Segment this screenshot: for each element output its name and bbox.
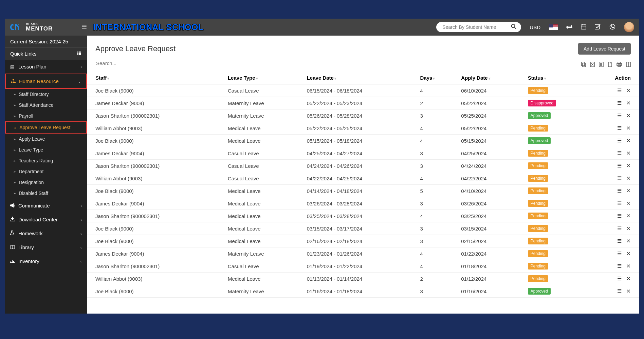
row-menu-icon[interactable]: ☰ bbox=[617, 251, 622, 257]
tasks-icon[interactable] bbox=[595, 24, 601, 31]
cell-status: Pending bbox=[524, 147, 589, 160]
row-delete-icon[interactable]: ✕ bbox=[626, 87, 631, 94]
row-menu-icon[interactable]: ☰ bbox=[617, 213, 622, 219]
cell-status: Pending bbox=[524, 172, 589, 185]
sidebar-sub-department[interactable]: »Department bbox=[5, 166, 87, 177]
cell-leave-type: Medical Leave bbox=[224, 273, 303, 285]
cell-leave-date: 06/15/2024 - 06/18/2024 bbox=[303, 84, 416, 97]
table-search-input[interactable] bbox=[95, 59, 160, 68]
sidebar-item-inventory[interactable]: Inventory ‹ bbox=[5, 254, 87, 268]
sidebar-item-label: Leave Type bbox=[19, 147, 43, 153]
user-avatar[interactable] bbox=[624, 22, 634, 32]
row-delete-icon[interactable]: ✕ bbox=[626, 150, 631, 156]
leave-requests-table: Staff▾ Leave Type▾ Leave Date▾ Days▾ App… bbox=[87, 72, 639, 298]
svg-point-0 bbox=[512, 24, 515, 28]
sidebar-sub-approve-leave-request[interactable]: »Approve Leave Request bbox=[5, 121, 87, 134]
row-delete-icon[interactable]: ✕ bbox=[626, 276, 631, 282]
sidebar-sub-teachers-rating[interactable]: »Teachers Rating bbox=[5, 155, 87, 166]
row-delete-icon[interactable]: ✕ bbox=[626, 213, 631, 219]
calendar-icon[interactable] bbox=[581, 24, 586, 31]
csv-export-icon[interactable] bbox=[599, 62, 604, 68]
language-flag-icon[interactable] bbox=[549, 24, 558, 30]
sidebar-item-library[interactable]: Library ‹ bbox=[5, 240, 87, 254]
sidebar-item-label: Download Center bbox=[18, 217, 58, 222]
sidebar-sub-staff-directory[interactable]: »Staff Directory bbox=[5, 89, 87, 100]
row-delete-icon[interactable]: ✕ bbox=[626, 175, 631, 181]
cell-days: 3 bbox=[416, 222, 457, 235]
table-row: Jason Sharlton (900002301) Medical Leave… bbox=[87, 210, 639, 222]
quick-links[interactable]: Quick Links bbox=[5, 47, 87, 60]
row-delete-icon[interactable]: ✕ bbox=[626, 138, 631, 144]
row-delete-icon[interactable]: ✕ bbox=[626, 251, 631, 257]
print-icon[interactable] bbox=[617, 62, 622, 68]
row-menu-icon[interactable]: ☰ bbox=[617, 200, 622, 206]
col-header-leave-date[interactable]: Leave Date▾ bbox=[303, 72, 416, 84]
hamburger-icon[interactable]: ☰ bbox=[81, 23, 87, 31]
table-row: William Abbot (9003) Casual Leave 04/22/… bbox=[87, 172, 639, 185]
add-leave-request-button[interactable]: Add Leave Request bbox=[578, 43, 631, 55]
status-badge: Pending bbox=[528, 150, 548, 157]
row-menu-icon[interactable]: ☰ bbox=[617, 263, 622, 269]
sidebar-sub-designation[interactable]: »Designation bbox=[5, 177, 87, 188]
cell-leave-type: Medical Leave bbox=[224, 210, 303, 222]
cell-apply-date: 01/12/2024 bbox=[457, 273, 523, 285]
sidebar-sub-apply-leave[interactable]: »Apply Leave bbox=[5, 134, 87, 144]
currency-selector[interactable]: USD bbox=[530, 24, 540, 30]
row-menu-icon[interactable]: ☰ bbox=[617, 288, 622, 294]
sidebar-item-download-center[interactable]: Download Center ‹ bbox=[5, 213, 87, 226]
global-search[interactable] bbox=[436, 22, 521, 32]
sidebar-sub-staff-attendance[interactable]: »Staff Attendance bbox=[5, 100, 87, 111]
row-menu-icon[interactable]: ☰ bbox=[617, 125, 622, 131]
cell-apply-date: 01/16/2024 bbox=[457, 285, 523, 298]
sidebar-item-communicate[interactable]: Communicate ‹ bbox=[5, 199, 87, 213]
row-delete-icon[interactable]: ✕ bbox=[626, 188, 631, 194]
row-delete-icon[interactable]: ✕ bbox=[626, 163, 631, 169]
row-menu-icon[interactable]: ☰ bbox=[617, 175, 622, 181]
row-menu-icon[interactable]: ☰ bbox=[617, 87, 622, 94]
excel-export-icon[interactable] bbox=[590, 62, 595, 68]
row-menu-icon[interactable]: ☰ bbox=[617, 238, 622, 244]
copy-icon[interactable] bbox=[581, 62, 586, 68]
sidebar-item-human-resource[interactable]: Human Resource ⌄ bbox=[5, 74, 87, 89]
row-delete-icon[interactable]: ✕ bbox=[626, 125, 631, 131]
row-delete-icon[interactable]: ✕ bbox=[626, 263, 631, 269]
row-delete-icon[interactable]: ✕ bbox=[626, 200, 631, 206]
cell-staff: Joe Black (9000) bbox=[87, 185, 224, 197]
status-badge: Pending bbox=[528, 200, 548, 207]
sidebar-item-homework[interactable]: Homework ‹ bbox=[5, 226, 87, 240]
row-menu-icon[interactable]: ☰ bbox=[617, 188, 622, 194]
col-header-days[interactable]: Days▾ bbox=[416, 72, 457, 84]
row-menu-icon[interactable]: ☰ bbox=[617, 276, 622, 282]
col-header-staff[interactable]: Staff▾ bbox=[87, 72, 224, 84]
columns-icon[interactable] bbox=[626, 62, 631, 68]
cell-leave-date: 02/16/2024 - 02/18/2024 bbox=[303, 235, 416, 247]
cell-staff: James Deckar (9004) bbox=[87, 147, 224, 160]
row-delete-icon[interactable]: ✕ bbox=[626, 113, 631, 119]
row-menu-icon[interactable]: ☰ bbox=[617, 138, 622, 144]
row-menu-icon[interactable]: ☰ bbox=[617, 100, 622, 106]
global-search-input[interactable] bbox=[436, 22, 521, 32]
col-header-apply-date[interactable]: Apply Date▾ bbox=[457, 72, 523, 84]
row-delete-icon[interactable]: ✕ bbox=[626, 238, 631, 244]
sidebar-sub-disabled-staff[interactable]: »Disabled Staff bbox=[5, 188, 87, 199]
pdf-export-icon[interactable] bbox=[608, 62, 612, 68]
sidebar-sub-leave-type[interactable]: »Leave Type bbox=[5, 144, 87, 155]
logo[interactable]: CLASS MENTOR bbox=[10, 23, 81, 32]
transfer-icon[interactable] bbox=[566, 24, 572, 30]
double-chevron-icon: » bbox=[14, 180, 16, 184]
sidebar-item-lesson-plan[interactable]: ▤ Lesson Plan ‹ bbox=[5, 60, 87, 74]
whatsapp-icon[interactable] bbox=[609, 24, 615, 31]
cell-staff: Joe Black (9000) bbox=[87, 135, 224, 147]
col-header-leave-type[interactable]: Leave Type▾ bbox=[224, 72, 303, 84]
row-menu-icon[interactable]: ☰ bbox=[617, 150, 622, 156]
col-header-status[interactable]: Status▾ bbox=[524, 72, 589, 84]
table-row: James Deckar (9004) Maternity Leave 01/2… bbox=[87, 247, 639, 260]
row-delete-icon[interactable]: ✕ bbox=[626, 100, 631, 106]
sidebar-sub-payroll[interactable]: »Payroll bbox=[5, 111, 87, 121]
row-menu-icon[interactable]: ☰ bbox=[617, 113, 622, 119]
search-icon[interactable] bbox=[511, 24, 516, 31]
row-menu-icon[interactable]: ☰ bbox=[617, 163, 622, 169]
row-delete-icon[interactable]: ✕ bbox=[626, 225, 631, 232]
row-menu-icon[interactable]: ☰ bbox=[617, 225, 622, 232]
row-delete-icon[interactable]: ✕ bbox=[626, 288, 631, 294]
